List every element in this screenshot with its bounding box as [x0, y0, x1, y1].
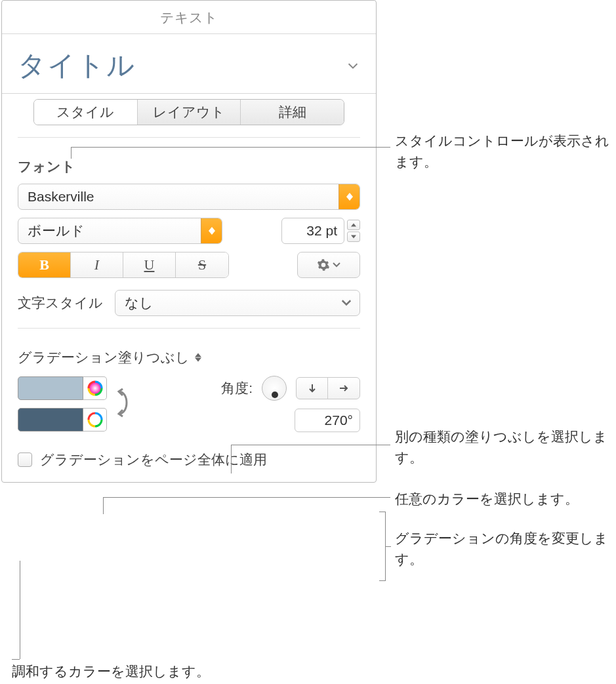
leader-line [71, 147, 72, 159]
gear-icon [317, 258, 330, 272]
svg-marker-3 [209, 231, 215, 235]
dropdown-cap-icon [339, 184, 359, 209]
gradient-swatches [18, 376, 107, 432]
chevron-down-icon [341, 300, 352, 306]
gradient-color-2-well[interactable] [18, 408, 83, 432]
leader-line [71, 147, 390, 148]
svg-marker-6 [195, 353, 201, 357]
gradient-color-1-picker[interactable] [83, 376, 107, 400]
bracket [379, 512, 386, 581]
swap-colors-button[interactable] [113, 388, 133, 420]
leader-line [231, 445, 232, 473]
svg-marker-4 [351, 224, 356, 227]
angle-direction-right[interactable] [328, 378, 359, 399]
angle-direction-segmented [296, 377, 360, 399]
angle-label: 角度: [221, 379, 253, 397]
color-wheel-icon [87, 380, 103, 396]
leader-line [103, 497, 390, 498]
font-size-value: 32 pt [306, 223, 337, 239]
gradient-color-1-well[interactable] [18, 376, 83, 400]
leader-line [12, 659, 20, 660]
panel-title: テキスト [2, 1, 376, 33]
angle-direction-down[interactable] [297, 378, 328, 399]
angle-value: 270° [325, 412, 353, 428]
fill-section: グラデーション塗りつぶし [2, 329, 376, 482]
angle-dial-indicator [272, 392, 278, 398]
apply-to-page-label: グラデーションをページ全体に適用 [40, 451, 267, 469]
tab-layout[interactable]: レイアウト [138, 100, 241, 125]
leader-line [231, 445, 390, 445]
font-heading: フォント [18, 157, 360, 176]
inspector-tabs: スタイル レイアウト 詳細 [33, 99, 344, 125]
text-style-segmented: B I U S [18, 252, 229, 278]
dropdown-cap-icon [201, 218, 222, 243]
fill-type-value: グラデーション塗りつぶし [18, 348, 190, 367]
apply-to-page-checkbox[interactable] [18, 453, 32, 467]
paragraph-style-popup[interactable]: タイトル [2, 34, 376, 93]
font-size-step-down[interactable] [347, 231, 360, 242]
character-style-label: 文字スタイル [18, 294, 103, 312]
font-weight-select[interactable]: ボールド [18, 218, 222, 244]
font-section: フォント Baskerville ボールド 32 pt [2, 138, 376, 328]
leader-line [103, 497, 104, 514]
callout-angle: グラデーションの角度を変更します。 [395, 528, 616, 569]
chevron-down-icon [333, 262, 340, 268]
tab-style[interactable]: スタイル [34, 100, 138, 125]
italic-button[interactable]: I [71, 252, 123, 277]
angle-field[interactable]: 270° [295, 409, 360, 432]
callout-any-color: 任意のカラーを選択します。 [395, 489, 579, 510]
bold-button[interactable]: B [18, 252, 71, 277]
color-wheel-icon [87, 412, 103, 428]
leader-line [20, 561, 20, 659]
paragraph-style-name: タイトル [18, 47, 136, 84]
svg-marker-7 [195, 358, 201, 362]
font-size-stepper [347, 220, 360, 242]
swap-arrow-icon [113, 388, 133, 418]
angle-dial[interactable] [262, 376, 287, 401]
advanced-options-button[interactable] [297, 252, 360, 278]
chevron-down-icon [346, 58, 360, 73]
character-style-value: なし [125, 294, 154, 312]
strikethrough-button[interactable]: S [176, 252, 228, 277]
font-weight-value: ボールド [28, 222, 85, 240]
font-size-field[interactable]: 32 pt [281, 218, 344, 244]
character-style-select[interactable]: なし [115, 290, 360, 316]
popup-arrows-icon [195, 353, 201, 362]
callout-harmonize: 調和するカラーを選択します。 [12, 661, 210, 682]
leader-line [386, 546, 391, 547]
underline-button[interactable]: U [123, 252, 176, 277]
tab-more[interactable]: 詳細 [241, 100, 344, 125]
callout-style-controls: スタイルコントロールが表示されます。 [395, 131, 616, 172]
gradient-color-2-picker[interactable] [83, 408, 107, 432]
text-inspector-panel: テキスト タイトル スタイル レイアウト 詳細 フォント Baskerville… [1, 0, 377, 483]
svg-marker-1 [346, 197, 353, 201]
callout-fill-type: 別の種類の塗りつぶしを選択します。 [395, 426, 616, 468]
font-family-value: Baskerville [28, 189, 94, 205]
svg-marker-5 [351, 235, 356, 239]
font-size-step-up[interactable] [347, 220, 360, 230]
font-family-select[interactable]: Baskerville [18, 184, 360, 210]
fill-type-popup[interactable]: グラデーション塗りつぶし [18, 348, 360, 367]
